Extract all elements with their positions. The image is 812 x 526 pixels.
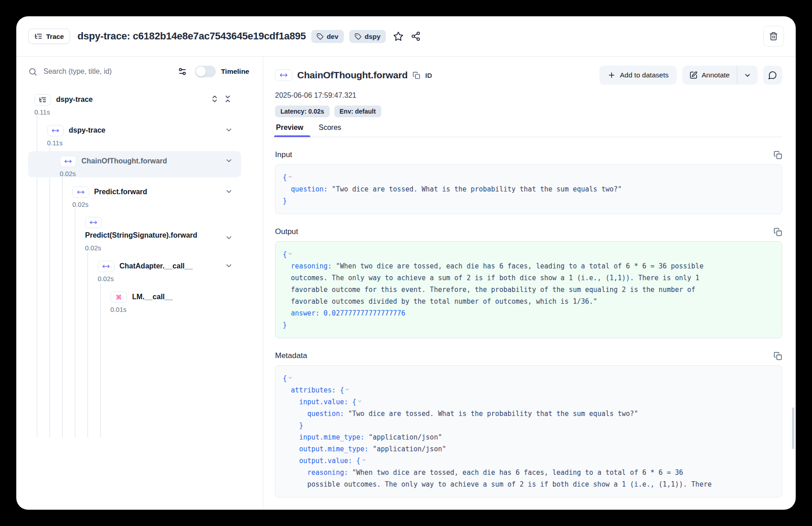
code-line: { bbox=[283, 249, 774, 260]
detail-header: ChainOfThought.forward ID Add to dataset… bbox=[275, 66, 782, 85]
tree-row-label: dspy-trace bbox=[56, 96, 93, 104]
copy-icon[interactable] bbox=[774, 151, 782, 159]
trace-type-label: Trace bbox=[46, 33, 64, 40]
copy-icon[interactable] bbox=[774, 352, 782, 360]
plus-icon bbox=[608, 71, 616, 79]
tree-row-label: ChatAdapter.__call__ bbox=[119, 262, 193, 270]
tree-row-label: ChainOfThought.forward bbox=[81, 157, 167, 165]
tab-scores[interactable]: Scores bbox=[318, 124, 342, 137]
tag-icon bbox=[317, 33, 323, 40]
meta-badges: Latency: 0.02s Env: default bbox=[275, 105, 782, 117]
chevron-down-icon[interactable] bbox=[225, 262, 233, 270]
delete-trace-button[interactable] bbox=[763, 26, 784, 47]
collapse-node-icon[interactable] bbox=[288, 174, 293, 179]
annotate-pen-icon bbox=[689, 71, 698, 79]
add-to-datasets-label: Add to datasets bbox=[620, 71, 669, 79]
collapse-node-icon[interactable] bbox=[361, 458, 366, 463]
collapse-node-icon[interactable] bbox=[345, 387, 350, 392]
span-icon bbox=[275, 69, 292, 81]
code-line: favorable outcomes divided by the total … bbox=[283, 296, 774, 307]
tree-row-trace-root[interactable]: dspy-trace 0.11s bbox=[34, 93, 237, 117]
chevron-down-icon[interactable] bbox=[225, 126, 233, 134]
tree-row-label: LM.__call__ bbox=[132, 293, 173, 301]
search-icon bbox=[28, 67, 38, 77]
code-line: question: "Two dice are tossed. What is … bbox=[283, 408, 774, 420]
tree-row-duration: 0.02s bbox=[60, 169, 237, 179]
star-icon[interactable] bbox=[393, 31, 404, 42]
collapse-all-icon[interactable] bbox=[223, 95, 232, 103]
copy-icon[interactable] bbox=[774, 228, 782, 236]
tag-label: dspy bbox=[365, 33, 380, 40]
collapse-node-icon[interactable] bbox=[288, 375, 293, 380]
trace-window: Trace dspy-trace: c6182b14e8e7ac7543645e… bbox=[16, 16, 796, 510]
collapse-node-icon[interactable] bbox=[288, 251, 293, 256]
timeline-toggle-label: Timeline bbox=[221, 67, 249, 76]
annotate-button-group: Annotate bbox=[682, 66, 758, 85]
copy-id-icon[interactable] bbox=[413, 72, 420, 79]
annotate-button[interactable]: Annotate bbox=[682, 66, 737, 85]
search-input[interactable]: Search (type, title, id) bbox=[43, 67, 112, 76]
code-line: input.value: { bbox=[283, 396, 774, 408]
collapse-node-icon[interactable] bbox=[357, 399, 362, 404]
tree-row-label: Predict.forward bbox=[94, 188, 147, 196]
toggle-knob bbox=[196, 67, 206, 77]
tree-row-duration: 0.02s bbox=[85, 244, 237, 253]
code-line: reasoning: "When two dice are tossed, ea… bbox=[283, 467, 774, 478]
share-icon[interactable] bbox=[411, 31, 421, 41]
span-icon bbox=[98, 261, 114, 272]
output-json-viewer[interactable]: { reasoning: "When two dice are tossed, … bbox=[275, 241, 782, 338]
add-to-datasets-button[interactable]: Add to datasets bbox=[599, 66, 677, 85]
chevron-down-icon[interactable] bbox=[225, 157, 233, 165]
expand-all-icon[interactable] bbox=[210, 95, 219, 103]
trace-tree: dspy-trace 0.11s bbox=[16, 86, 263, 315]
tree-row-duration: 0.02s bbox=[72, 200, 237, 210]
chevron-down-icon[interactable] bbox=[225, 234, 233, 242]
tree-row-label: Predict(StringSignature).forward bbox=[85, 231, 197, 239]
comments-button[interactable] bbox=[763, 66, 782, 85]
metadata-json-viewer[interactable]: { attributes: { input.value: { question:… bbox=[275, 365, 782, 497]
section-output: Output { reasoning: "When two dice are t… bbox=[275, 226, 782, 338]
code-line: attributes: { bbox=[283, 384, 774, 396]
code-line: outcomes. The only way to achieve a sum … bbox=[283, 272, 774, 284]
tree-row-lm-call[interactable]: LM.__call__ 0.01s bbox=[34, 290, 237, 315]
code-line: output.value: { bbox=[283, 455, 774, 467]
input-json-viewer[interactable]: { question: "Two dice are tossed. What i… bbox=[275, 164, 782, 214]
trace-tree-sidebar: Search (type, title, id) Timeline bbox=[16, 57, 263, 510]
code-line: reasoning: "When two dice are tossed, ea… bbox=[283, 260, 774, 272]
tree-row-duration: 0.11s bbox=[34, 108, 237, 117]
code-line: possible outcomes. The only way to achie… bbox=[283, 478, 774, 490]
tag-dspy[interactable]: dspy bbox=[349, 30, 386, 43]
tree-row-dspy-trace[interactable]: dspy-trace 0.11s bbox=[34, 124, 237, 148]
trace-type-badge: Trace bbox=[28, 29, 70, 44]
span-icon bbox=[47, 125, 64, 136]
code-line: question: "Two dice are tossed. What is … bbox=[283, 183, 774, 195]
observation-title: ChainOfThought.forward bbox=[297, 70, 408, 81]
annotate-label: Annotate bbox=[702, 71, 730, 79]
section-title: Output bbox=[275, 227, 298, 236]
observation-detail-panel: ChainOfThought.forward ID Add to dataset… bbox=[263, 57, 796, 510]
app-header: Trace dspy-trace: c6182b14e8e7ac7543645e… bbox=[16, 16, 796, 57]
chevron-down-icon[interactable] bbox=[225, 187, 233, 196]
tree-row-chainofthought-forward[interactable]: ChainOfThought.forward 0.02s bbox=[34, 154, 237, 179]
annotate-dropdown-button[interactable] bbox=[737, 66, 758, 85]
id-label: ID bbox=[425, 72, 432, 79]
timeline-toggle[interactable] bbox=[195, 66, 216, 77]
tag-label: dev bbox=[327, 33, 338, 40]
code-line: output.mime_type: "application/json" bbox=[283, 443, 774, 455]
span-icon bbox=[85, 217, 102, 228]
code-line: } bbox=[283, 420, 774, 431]
tag-dev[interactable]: dev bbox=[311, 30, 344, 43]
code-line: answer: 0.027777777777777776 bbox=[283, 307, 774, 319]
filter-settings-icon[interactable] bbox=[178, 67, 187, 76]
section-title: Metadata bbox=[275, 351, 307, 360]
tree-row-predict-forward[interactable]: Predict.forward 0.02s bbox=[34, 185, 237, 210]
detail-tabs: Preview Scores bbox=[275, 124, 782, 137]
tree-row-predict-stringsignature-forward[interactable]: Predict(StringSignature).forward 0.02s bbox=[34, 216, 237, 253]
tree-row-chatadapter-call[interactable]: ChatAdapter.__call__ 0.02s bbox=[34, 259, 237, 284]
tab-preview[interactable]: Preview bbox=[275, 124, 304, 137]
scrollbar-thumb[interactable] bbox=[792, 407, 794, 449]
tree-row-duration: 0.11s bbox=[47, 139, 237, 148]
tree-row-label: dspy-trace bbox=[69, 126, 105, 134]
span-icon bbox=[72, 186, 89, 198]
code-line: } bbox=[283, 319, 774, 331]
